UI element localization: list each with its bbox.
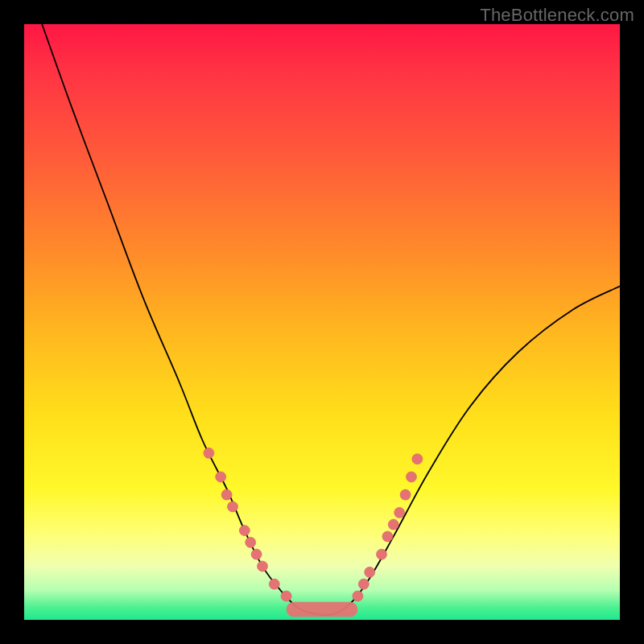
plot-area	[24, 24, 620, 620]
sample-point	[412, 454, 423, 464]
sample-point	[239, 526, 250, 536]
sample-point	[394, 507, 405, 518]
watermark-text: TheBottleneck.com	[480, 5, 634, 26]
sample-point	[382, 531, 393, 542]
sample-point	[228, 502, 238, 512]
sample-point	[353, 591, 363, 601]
sample-point	[269, 579, 279, 589]
sample-point	[251, 549, 262, 559]
sample-point	[388, 519, 398, 530]
sample-point	[204, 448, 214, 458]
bottleneck-curve	[42, 24, 620, 615]
chart-svg	[24, 24, 620, 620]
sample-point	[246, 537, 256, 547]
sample-point	[221, 489, 232, 500]
sample-point	[377, 549, 387, 559]
sample-point	[365, 567, 375, 577]
bottom-ribbon-group	[287, 602, 358, 617]
sample-point	[216, 472, 226, 482]
sample-point	[281, 591, 291, 601]
sample-point	[358, 579, 369, 589]
bottom-ribbon	[287, 602, 358, 617]
chart-frame: TheBottleneck.com	[0, 0, 644, 644]
sample-point	[258, 561, 268, 572]
sample-point	[407, 472, 417, 482]
sample-points-group	[204, 448, 423, 601]
sample-point	[400, 489, 411, 500]
